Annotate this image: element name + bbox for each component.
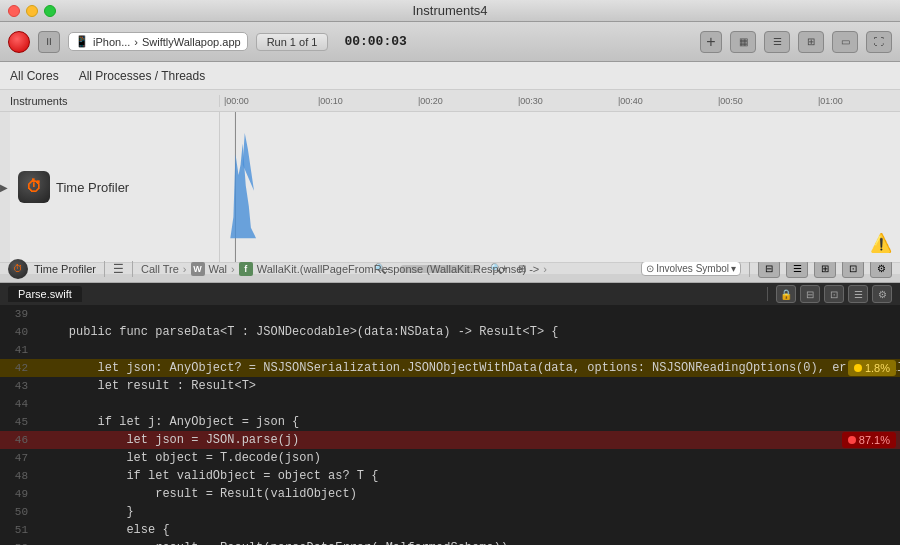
right-icons: 🔒 ⊟ ⊡ ☰ ⚙	[767, 285, 892, 303]
line-code[interactable]: result = Result(validObject)	[36, 485, 900, 503]
line-number: 42	[0, 359, 36, 377]
arrow-2: ›	[231, 263, 235, 275]
file-tab-label: Parse.swift	[18, 288, 72, 300]
app-label: SwiftlyWallapop.app	[142, 36, 241, 48]
code-line-50: 50 }	[0, 503, 900, 521]
line-number: 49	[0, 485, 36, 503]
cores-filter[interactable]: All Cores	[10, 69, 59, 83]
svg-rect-0	[220, 112, 900, 262]
processes-filter[interactable]: All Processes / Threads	[79, 69, 206, 83]
line-code[interactable]: let object = T.decode(json)	[36, 449, 900, 467]
code-line-48: 48 if let validObject = object as? T {	[0, 467, 900, 485]
time-profiler-label: Time Profiler	[34, 263, 96, 275]
breadcrumb-function[interactable]: WallaKit.(wallPageFromResponse (WallaKit…	[257, 263, 540, 275]
code-line-45: 45 if let j: AnyObject = json {	[0, 413, 900, 431]
tick-2: |00:20	[418, 96, 443, 106]
run-selector[interactable]: Run 1 of 1	[256, 33, 329, 51]
device-label: iPhon...	[93, 36, 130, 48]
wall-icon: W	[191, 262, 205, 276]
separator-vertical	[767, 287, 768, 301]
breadcrumb-call-tree[interactable]: Call Tre	[141, 263, 179, 275]
line-code[interactable]	[36, 395, 900, 413]
line-code[interactable]	[36, 341, 900, 359]
line-number: 40	[0, 323, 36, 341]
add-instrument-button[interactable]: +	[700, 31, 722, 53]
code-line-43: 43 let result : Result<T>	[0, 377, 900, 395]
separator-2	[132, 261, 133, 277]
breadcrumb: Call Tre › W Wal › f WallaKit.(wallPageF…	[141, 262, 635, 276]
timeline-content: ▶ ⏱ Time Profiler ⚠️	[0, 112, 900, 262]
line-code[interactable]	[36, 305, 900, 323]
line-number: 41	[0, 341, 36, 359]
line-code[interactable]: }	[36, 503, 900, 521]
list-view-button[interactable]: ☰	[764, 31, 790, 53]
elapsed-time: 00:00:03	[336, 32, 414, 51]
code-line-41: 41	[0, 341, 900, 359]
phone-icon: 📱	[75, 35, 89, 48]
window-title: Instruments4	[412, 3, 487, 18]
layout-btn-1[interactable]: ⊟	[800, 285, 820, 303]
line-code[interactable]: result = Result(parseDataError(.Malforme…	[36, 539, 900, 545]
line-code[interactable]: let json = JSON.parse(j)	[36, 431, 900, 449]
run-label: Run 1 of 1	[267, 36, 318, 48]
line-number: 45	[0, 413, 36, 431]
line-number: 46	[0, 431, 36, 449]
close-button[interactable]	[8, 5, 20, 17]
fullscreen-button[interactable]: ⛶	[866, 31, 892, 53]
play-triangle[interactable]: ▶	[0, 182, 8, 193]
tick-6: |01:00	[818, 96, 843, 106]
minimize-button[interactable]	[26, 5, 38, 17]
line-number: 52	[0, 539, 36, 545]
layout-btn-2[interactable]: ⊡	[824, 285, 844, 303]
pause-button[interactable]: ⏸	[38, 31, 60, 53]
code-line-42: 42 let json: AnyObject? = NSJSONSerializ…	[0, 359, 900, 377]
line-code[interactable]: if let j: AnyObject = json {	[36, 413, 900, 431]
filter-circle-icon: ⊙	[646, 263, 654, 274]
code-line-49: 49 result = Result(validObject)	[0, 485, 900, 503]
title-bar: Instruments4	[0, 0, 900, 22]
involves-symbol-area: ⊙ Involves Symbol ▾	[641, 261, 741, 276]
lock-icon-btn[interactable]: 🔒	[776, 285, 796, 303]
hamburger-menu[interactable]: ☰	[113, 262, 124, 276]
chevron-icon: ›	[134, 36, 138, 48]
grid-view-button[interactable]: ⊞	[798, 31, 824, 53]
record-button[interactable]	[8, 31, 30, 53]
settings-gear-btn[interactable]: ⚙	[872, 285, 892, 303]
instrument-graph[interactable]: ⚠️	[220, 112, 900, 262]
split-view-button[interactable]: ▭	[832, 31, 858, 53]
code-line-39: 39	[0, 305, 900, 323]
line-number: 44	[0, 395, 36, 413]
line-code[interactable]: public func parseData<T : JSONDecodable>…	[36, 323, 900, 341]
instrument-label: ⏱ Time Profiler	[10, 112, 220, 262]
involves-symbol-dropdown[interactable]: ⊙ Involves Symbol ▾	[641, 261, 741, 276]
filter-bar: All Cores All Processes / Threads	[0, 62, 900, 90]
maximize-button[interactable]	[44, 5, 56, 17]
cpu-view-button[interactable]: ▦	[730, 31, 756, 53]
tick-0: |00:00	[224, 96, 249, 106]
tick-4: |00:40	[618, 96, 643, 106]
toolbar: ⏸ 📱 iPhon... › SwiftlyWallapop.app Run 1…	[0, 22, 900, 62]
line-code[interactable]: let result : Result<T>	[36, 377, 900, 395]
code-content: 3940 public func parseData<T : JSONDecod…	[0, 305, 900, 545]
line-code[interactable]: else {	[36, 521, 900, 539]
traffic-lights	[8, 5, 56, 17]
percentage-badge: 1.8%	[848, 360, 896, 376]
profile-graph	[220, 112, 900, 262]
line-code[interactable]: if let validObject = object as? T {	[36, 467, 900, 485]
breadcrumb-wal[interactable]: Wal	[209, 263, 228, 275]
device-selector[interactable]: 📱 iPhon... › SwiftlyWallapop.app	[68, 32, 248, 51]
code-area: 3940 public func parseData<T : JSONDecod…	[0, 305, 900, 545]
file-tab-parse-swift[interactable]: Parse.swift	[8, 286, 82, 302]
line-number: 47	[0, 449, 36, 467]
timeline-ruler: |00:00 |00:10 |00:20 |00:30 |00:40 |00:5…	[220, 90, 900, 112]
arrow-1: ›	[183, 263, 187, 275]
line-code[interactable]: let json: AnyObject? = NSJSONSerializati…	[36, 359, 900, 377]
line-number: 51	[0, 521, 36, 539]
code-line-51: 51 else {	[0, 521, 900, 539]
line-number: 48	[0, 467, 36, 485]
code-line-44: 44	[0, 395, 900, 413]
code-line-46: 46 let json = JSON.parse(j)87.1%	[0, 431, 900, 449]
dropdown-arrow-icon: ▾	[731, 263, 736, 274]
layout-btn-3[interactable]: ☰	[848, 285, 868, 303]
percentage-badge: 87.1%	[842, 432, 896, 448]
